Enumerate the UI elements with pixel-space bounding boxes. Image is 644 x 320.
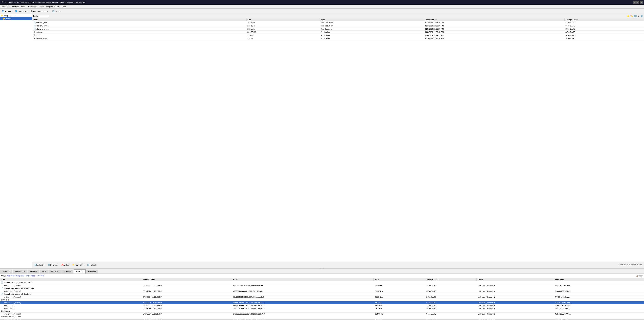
upload-button[interactable]: ⬆️ Upload ▼	[33, 263, 46, 266]
maximize-button[interactable]: □	[636, 1, 639, 4]
new-folder-icon: 📁	[72, 264, 75, 266]
ver-col-version[interactable]: Version Id	[554, 278, 644, 281]
col-header-modified[interactable]: Last Modified	[424, 18, 564, 21]
tab-headers[interactable]: Headers	[28, 270, 40, 274]
window-controls: ─ □ ✕	[633, 1, 643, 4]
minimize-button[interactable]: ─	[633, 1, 636, 4]
left-panel: 📁 ontap-dummy 📂 bucket	[0, 14, 32, 268]
ver-col-etag[interactable]: ETag	[232, 278, 374, 281]
settings-icon[interactable]: ⚙️	[640, 15, 643, 17]
path-bar: Path: ⭐ ✏️ ℹ️ ▼ ⚙️	[32, 14, 644, 18]
tab-versions[interactable]: Versions	[74, 269, 86, 274]
version-child-row[interactable]: revision #: 1 (current) 3/23/2024 11:23:…	[0, 318, 644, 320]
main-area: 📁 ontap-dummy 📂 bucket Path: ⭐ ✏️ ℹ️ ▼	[0, 14, 644, 320]
version-child-row[interactable]: revision #: 3 (current) 3/24/2024 12:14:…	[0, 301, 644, 304]
add-external-bucket-button[interactable]: ➕ Add external bucket	[29, 10, 50, 13]
file-row[interactable]: 📄cluster1_svm... 211 bytes Text Document…	[32, 28, 644, 30]
copy-url-button[interactable]: 📋 Copy	[636, 275, 643, 277]
menu-tools[interactable]: Tools	[38, 5, 45, 8]
version-child-row[interactable]: revision #: 1 (current) 3/23/2024 11:23:…	[0, 290, 644, 293]
main-toolbar: 👤 Accounts 🪣 New bucket ➕ Add external b…	[0, 8, 644, 14]
app-icon: 🗄	[1, 1, 3, 3]
ver-col-size[interactable]: Size	[374, 278, 425, 281]
menu-files[interactable]: Files	[20, 5, 26, 8]
menu-accounts[interactable]: Accounts	[1, 5, 11, 8]
ver-col-storage[interactable]: Storage Class	[425, 278, 476, 281]
menu-help[interactable]: Help	[60, 5, 67, 8]
file-refresh-button[interactable]: 🔄 Refresh	[86, 263, 98, 266]
download-icon: ⬇️	[48, 264, 50, 266]
version-child-row[interactable]: revision #: 2 3/23/2024 11:23:36 PM 9e85…	[0, 304, 644, 307]
title-bar: 🗄 S3 Browser 11.6.7 - Free Version (for …	[0, 0, 644, 5]
tree-item-bucket[interactable]: 📂 bucket	[0, 17, 32, 20]
path-icons: ⭐ ✏️ ℹ️ ▼ ⚙️	[627, 15, 643, 17]
col-header-name[interactable]: Name	[32, 18, 246, 21]
col-header-storage[interactable]: Storage Class	[564, 18, 644, 21]
close-button[interactable]: ✕	[640, 1, 643, 4]
url-bar: URL: http://bucket.s3portal.demo.netapp.…	[0, 274, 644, 278]
file-toolbar: ⬆️ Upload ▼ ⬇️ Download ❌ Delete 📁 New F…	[32, 262, 644, 268]
tab-tasks[interactable]: Tasks (1)	[0, 270, 12, 274]
menu-upgrade[interactable]: Upgrade to Pro!	[45, 5, 60, 8]
menu-bookmarks[interactable]: Bookmarks	[26, 5, 38, 8]
favorite-icon[interactable]: ⭐	[627, 15, 630, 17]
upload-icon: ⬆️	[34, 264, 37, 266]
tree-folder-icon: 📁	[1, 14, 3, 17]
file-row[interactable]: 🖥putty.exe 834.05 KB Application 3/23/20…	[32, 30, 644, 34]
file-list: Name Size Type Last Modified Storage Cla…	[32, 18, 644, 262]
title-bar-left: 🗄 S3 Browser 11.6.7 - Free Version (for …	[1, 1, 86, 3]
new-folder-button[interactable]: 📁 New Folder	[71, 263, 86, 266]
filter-icon[interactable]: ▼	[637, 15, 640, 17]
path-label: Path:	[33, 15, 38, 17]
toolbar-refresh-icon: 🔄	[52, 10, 54, 12]
delete-icon: ❌	[62, 264, 64, 266]
file-row[interactable]: 📄cluster1_svm... 211 bytes Text Document…	[32, 24, 644, 28]
version-child-row[interactable]: revision #: 1 3/23/2024 11:23:25 PM 9e85…	[0, 307, 644, 310]
edit-icon[interactable]: ✏️	[630, 15, 633, 17]
ver-col-modified[interactable]: Last Modified	[142, 278, 232, 281]
menu-buckets[interactable]: Buckets	[11, 5, 20, 8]
file-row[interactable]: 📄cluster1_dem... 157 bytes Text Document…	[32, 21, 644, 24]
ver-col-key[interactable]: Key	[0, 278, 142, 281]
tab-event-log[interactable]: Event log	[86, 270, 98, 274]
tabs-bar: Tasks (1) Permissions Headers Tags Prope…	[0, 269, 644, 274]
versions-toolbar: ⬇️ Download 🔄 Refresh	[0, 319, 644, 320]
bottom-section: Tasks (1) Permissions Headers Tags Prope…	[0, 269, 644, 320]
tab-properties[interactable]: Properties	[48, 270, 62, 274]
copy-icon: 📋	[636, 275, 638, 277]
file-row[interactable]: 🖥hfs.exe 2.07 MB Application 3/24/2024 1…	[32, 34, 644, 37]
accounts-icon: 👤	[2, 10, 4, 12]
version-child-row[interactable]: revision #: 1 (current) 3/23/2024 11:23:…	[0, 296, 644, 298]
tree-item-ontap-dummy[interactable]: 📁 ontap-dummy	[0, 14, 32, 17]
col-header-size[interactable]: Size	[246, 18, 320, 21]
version-child-row[interactable]: revision #: 1 (current) 3/23/2024 11:23:…	[0, 312, 644, 315]
ver-col-owner[interactable]: Owner	[476, 278, 554, 281]
new-bucket-button[interactable]: 🪣 New bucket	[14, 10, 28, 13]
info-icon[interactable]: ℹ️	[634, 15, 636, 17]
version-parent-row[interactable]: 🖥putty.exe	[0, 310, 644, 312]
version-parent-row[interactable]: 📄cluster1_svm_demo_s3_details.bt	[0, 293, 644, 296]
tree-folder-icon-bucket: 📂	[3, 17, 5, 20]
menu-bar: Accounts Buckets Files Bookmarks Tools U…	[0, 5, 644, 8]
path-input[interactable]	[39, 15, 49, 17]
toolbar-refresh-button[interactable]: 🔄 Refresh	[51, 10, 63, 13]
delete-button[interactable]: ❌ Delete	[60, 263, 70, 266]
tab-permissions[interactable]: Permissions	[12, 270, 28, 274]
tab-tags[interactable]: Tags	[40, 270, 48, 274]
version-child-row[interactable]: revision #: 1 (current) 3/23/2024 11:23:…	[0, 284, 644, 287]
file-refresh-icon: 🔄	[87, 264, 90, 266]
tab-preview[interactable]: Preview	[62, 270, 74, 274]
new-bucket-icon: 🪣	[15, 10, 17, 12]
col-header-type[interactable]: Type	[320, 18, 424, 21]
version-parent-row[interactable]: 📄cluster1_demo_s3_user_s3_user.bt	[0, 281, 644, 284]
accounts-button[interactable]: 👤 Accounts	[1, 10, 13, 13]
file-row[interactable]: 🖥s3browser-11... 9.58 MB Application 3/2…	[32, 37, 644, 40]
right-panel: Path: ⭐ ✏️ ℹ️ ▼ ⚙️ Name S	[32, 14, 644, 268]
version-parent-row[interactable]: 📄cluster1_svm_demo_s3_details (1).bt	[0, 287, 644, 290]
versions-container: Key Last Modified ETag Size Storage Clas…	[0, 278, 644, 319]
download-button[interactable]: ⬇️ Download	[46, 263, 60, 266]
file-table: Name Size Type Last Modified Storage Cla…	[32, 18, 644, 40]
version-parent-row[interactable]: 🖥hfs.exe	[0, 298, 644, 301]
version-parent-row[interactable]: 🖥s3browser-11-6-7.exe	[0, 315, 644, 318]
url-value[interactable]: http://bucket.s3portal.demo.netapp.com:8…	[7, 275, 44, 277]
